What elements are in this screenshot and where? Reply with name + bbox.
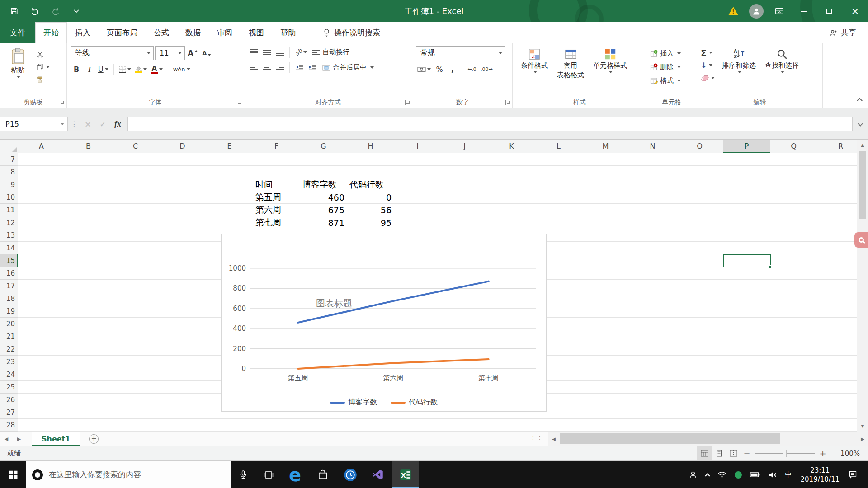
cell-B11[interactable] — [65, 204, 112, 216]
cell-P10[interactable] — [723, 191, 770, 204]
row-header-12[interactable]: 12 — [0, 216, 18, 229]
cell-B17[interactable] — [65, 280, 112, 292]
formula-input[interactable] — [127, 117, 853, 131]
formula-bar-handle[interactable]: ⋮ — [68, 120, 80, 128]
cell-A25[interactable] — [18, 381, 65, 394]
fill-color-button[interactable] — [134, 63, 148, 75]
cell-I10[interactable] — [394, 191, 441, 204]
chart-title[interactable]: 图表标题 — [316, 297, 352, 310]
cell-G28[interactable] — [300, 419, 347, 432]
cell-D22[interactable] — [159, 343, 206, 356]
row-header-11[interactable]: 11 — [0, 204, 18, 216]
cell-M10[interactable] — [582, 191, 629, 204]
cell-P22[interactable] — [723, 343, 770, 356]
cell-Q28[interactable] — [770, 419, 817, 432]
cell-N8[interactable] — [629, 166, 676, 178]
embedded-chart[interactable]: 02004006008001000第五周第六周第七周 图表标题 博客字数代码行数 — [221, 234, 547, 412]
cell-D18[interactable] — [159, 292, 206, 305]
cell-P19[interactable] — [723, 305, 770, 318]
zoom-in-button[interactable]: + — [816, 449, 829, 458]
cell-N20[interactable] — [629, 318, 676, 330]
cell-P24[interactable] — [723, 368, 770, 381]
clear-button[interactable] — [701, 73, 715, 83]
column-header-Q[interactable]: Q — [770, 140, 817, 153]
cell-M15[interactable] — [582, 254, 629, 267]
cell-F7[interactable] — [253, 153, 300, 166]
cell-B18[interactable] — [65, 292, 112, 305]
maximize-button[interactable] — [816, 0, 842, 22]
cell-H8[interactable] — [347, 166, 394, 178]
cell-A19[interactable] — [18, 305, 65, 318]
ime-indicator[interactable]: 中 — [781, 461, 796, 488]
cell-O9[interactable] — [676, 178, 723, 191]
taskbar-app-excel[interactable]: X — [392, 461, 419, 488]
borders-button[interactable] — [118, 63, 132, 75]
cell-D9[interactable] — [159, 178, 206, 191]
cell-A7[interactable] — [18, 153, 65, 166]
wrap-text-button[interactable]: 自动换行 — [310, 46, 352, 58]
font-dialog-launcher-icon[interactable] — [237, 100, 242, 105]
cell-O28[interactable] — [676, 419, 723, 432]
cell-E8[interactable] — [206, 166, 253, 178]
cell-O15[interactable] — [676, 254, 723, 267]
normal-view-button[interactable] — [697, 446, 712, 460]
cell-B15[interactable] — [65, 254, 112, 267]
column-header-K[interactable]: K — [488, 140, 535, 153]
select-all-corner[interactable] — [0, 140, 18, 153]
task-view-button[interactable] — [256, 461, 281, 488]
zoom-level[interactable]: 100% — [832, 450, 860, 458]
name-box[interactable]: P15 — [0, 117, 68, 131]
cell-B23[interactable] — [65, 356, 112, 368]
cell-E9[interactable] — [206, 178, 253, 191]
font-name-combo[interactable]: 等线 — [71, 46, 154, 60]
cell-A14[interactable] — [18, 242, 65, 254]
cell-I11[interactable] — [394, 204, 441, 216]
find-select-button[interactable]: 查找和选择 — [760, 46, 803, 97]
cell-Q19[interactable] — [770, 305, 817, 318]
cell-D12[interactable] — [159, 216, 206, 229]
zoom-slider[interactable] — [755, 453, 815, 454]
cell-N24[interactable] — [629, 368, 676, 381]
cell-D17[interactable] — [159, 280, 206, 292]
cell-A9[interactable] — [18, 178, 65, 191]
cell-D25[interactable] — [159, 381, 206, 394]
cell-N27[interactable] — [629, 406, 676, 419]
column-header-P[interactable]: P — [723, 140, 770, 153]
cell-C23[interactable] — [112, 356, 159, 368]
cell-B14[interactable] — [65, 242, 112, 254]
cell-C8[interactable] — [112, 166, 159, 178]
cell-A12[interactable] — [18, 216, 65, 229]
dictation-mic-button[interactable] — [231, 461, 256, 488]
cell-A18[interactable] — [18, 292, 65, 305]
insert-function-button[interactable]: fx — [110, 117, 125, 131]
cell-K8[interactable] — [488, 166, 535, 178]
cell-A10[interactable] — [18, 191, 65, 204]
column-header-M[interactable]: M — [582, 140, 629, 153]
cell-C27[interactable] — [112, 406, 159, 419]
cell-I28[interactable] — [394, 419, 441, 432]
format-as-table-button[interactable]: 套用 表格格式 — [552, 46, 589, 97]
share-button[interactable]: 共享 — [829, 22, 856, 43]
cell-O16[interactable] — [676, 267, 723, 280]
cell-Q24[interactable] — [770, 368, 817, 381]
cell-C20[interactable] — [112, 318, 159, 330]
decrease-indent-button[interactable] — [293, 61, 305, 74]
number-format-combo[interactable]: 常规 — [416, 46, 505, 60]
taskbar-app-clock[interactable] — [336, 461, 364, 488]
row-header-27[interactable]: 27 — [0, 406, 18, 419]
cell-D23[interactable] — [159, 356, 206, 368]
cancel-button[interactable]: × — [80, 117, 95, 131]
cell-B28[interactable] — [65, 419, 112, 432]
align-center-button[interactable] — [261, 61, 273, 74]
cell-N15[interactable] — [629, 254, 676, 267]
cell-L7[interactable] — [535, 153, 582, 166]
cell-K9[interactable] — [488, 178, 535, 191]
align-top-button[interactable] — [248, 46, 259, 58]
column-header-D[interactable]: D — [159, 140, 206, 153]
row-header-17[interactable]: 17 — [0, 280, 18, 292]
cell-B19[interactable] — [65, 305, 112, 318]
cell-P13[interactable] — [723, 229, 770, 242]
tab-review[interactable]: 审阅 — [209, 22, 241, 43]
cell-P18[interactable] — [723, 292, 770, 305]
cell-L28[interactable] — [535, 419, 582, 432]
